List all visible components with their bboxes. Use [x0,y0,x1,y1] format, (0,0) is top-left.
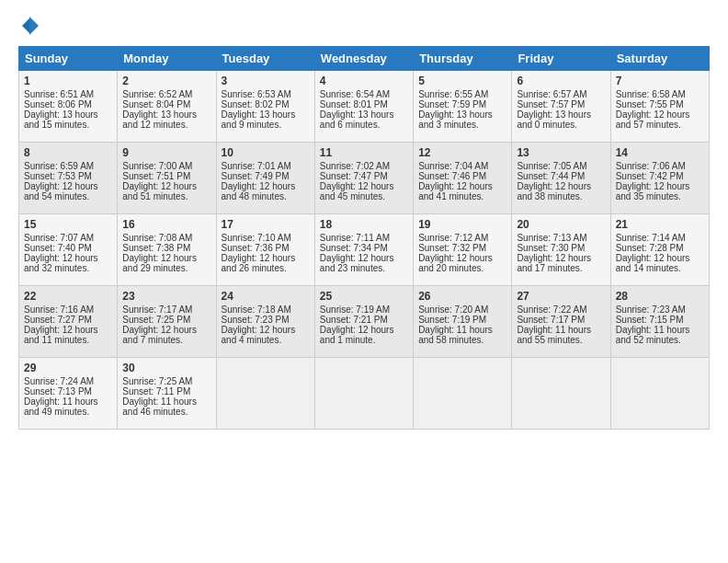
day-info-line: and 4 minutes. [222,335,310,345]
day-info-line: Sunset: 7:51 PM [122,171,210,181]
day-info-line: Sunset: 7:27 PM [24,315,112,325]
day-info-line: and 49 minutes. [24,407,112,417]
calendar-cell: 14Sunrise: 7:06 AMSunset: 7:42 PMDayligh… [610,143,709,214]
day-info-line: and 41 minutes. [418,191,506,201]
day-info-line: Sunset: 7:36 PM [222,243,310,253]
day-info-line: Daylight: 12 hours [616,253,704,263]
day-info-line: and 52 minutes. [616,335,704,345]
day-info-line: Daylight: 12 hours [616,109,704,120]
day-info-line: Daylight: 11 hours [517,325,605,335]
day-number: 29 [24,362,112,374]
day-info-line: and 20 minutes. [418,263,506,273]
day-info-line: Sunrise: 6:55 AM [418,89,506,99]
day-info-line: and 54 minutes. [24,191,112,201]
day-number: 30 [122,362,210,374]
day-info-line: Sunset: 7:47 PM [320,171,408,181]
day-info-line: and 55 minutes. [517,335,605,345]
day-info-line: Sunrise: 7:00 AM [122,161,210,171]
day-info-line: Sunset: 7:49 PM [222,171,310,181]
day-info-line: Sunset: 7:30 PM [517,243,605,253]
logo [18,17,39,35]
day-info-line: Sunset: 7:25 PM [122,315,210,325]
day-info-line: and 17 minutes. [517,263,605,273]
day-number: 26 [418,290,506,303]
day-info-line: Daylight: 12 hours [122,253,210,263]
day-info-line: Sunrise: 7:01 AM [222,161,310,171]
day-info-line: and 3 minutes. [418,120,506,130]
day-info-line: Sunrise: 7:04 AM [418,161,506,171]
weekday-header: Friday [512,47,610,71]
day-info-line: Daylight: 12 hours [222,181,310,191]
calendar-header: SundayMondayTuesdayWednesdayThursdayFrid… [19,47,710,71]
day-info-line: Sunrise: 7:23 AM [616,304,704,315]
day-info-line: Sunset: 7:59 PM [418,99,506,109]
day-info-line: Daylight: 12 hours [222,253,310,263]
day-number: 22 [24,290,112,303]
day-info-line: Sunrise: 7:05 AM [517,161,605,171]
day-info-line: Sunrise: 7:08 AM [122,233,210,243]
day-info-line: Sunset: 7:23 PM [222,315,310,325]
calendar-cell: 29Sunrise: 7:24 AMSunset: 7:13 PMDayligh… [19,358,118,430]
day-number: 7 [616,75,704,87]
day-info-line: Sunrise: 6:54 AM [320,89,408,99]
calendar-cell: 6Sunrise: 6:57 AMSunset: 7:57 PMDaylight… [512,71,610,143]
day-number: 4 [320,75,408,87]
day-info-line: Daylight: 13 hours [222,109,310,120]
day-info-line: and 38 minutes. [517,191,605,201]
day-number: 20 [517,218,605,231]
day-info-line: Sunrise: 6:59 AM [24,161,112,171]
day-info-line: Daylight: 13 hours [122,109,210,120]
calendar-cell: 23Sunrise: 7:17 AMSunset: 7:25 PMDayligh… [118,286,216,358]
day-number: 13 [517,146,605,159]
day-info-line: Sunset: 7:57 PM [517,99,605,109]
day-info-line: Sunrise: 7:10 AM [222,233,310,243]
day-info-line: Sunset: 7:34 PM [320,243,408,253]
day-info-line: and 23 minutes. [320,263,408,273]
day-info-line: Sunset: 7:17 PM [517,315,605,325]
calendar-cell: 1Sunrise: 6:51 AMSunset: 8:06 PMDaylight… [19,71,118,143]
day-info-line: Daylight: 13 hours [320,109,408,120]
calendar-cell: 22Sunrise: 7:16 AMSunset: 7:27 PMDayligh… [19,286,118,358]
calendar-cell: 21Sunrise: 7:14 AMSunset: 7:28 PMDayligh… [610,214,709,286]
day-info-line: Sunrise: 7:12 AM [418,233,506,243]
day-info-line: and 29 minutes. [122,263,210,273]
day-info-line: Sunset: 7:28 PM [616,243,704,253]
day-info-line: Daylight: 12 hours [418,253,506,263]
calendar-cell: 20Sunrise: 7:13 AMSunset: 7:30 PMDayligh… [512,214,610,286]
day-number: 24 [222,290,310,303]
day-number: 10 [222,146,310,159]
calendar-cell: 2Sunrise: 6:52 AMSunset: 8:04 PMDaylight… [118,71,216,143]
calendar-table: SundayMondayTuesdayWednesdayThursdayFrid… [18,46,710,430]
day-number: 9 [122,146,210,159]
day-info-line: Daylight: 13 hours [24,109,112,120]
calendar-cell: 18Sunrise: 7:11 AMSunset: 7:34 PMDayligh… [314,214,413,286]
day-info-line: Daylight: 13 hours [517,109,605,120]
day-info-line: Daylight: 11 hours [418,325,506,335]
weekday-header: Sunday [19,47,118,71]
day-info-line: Sunrise: 6:58 AM [616,89,704,99]
day-info-line: and 35 minutes. [616,191,704,201]
day-info-line: and 26 minutes. [222,263,310,273]
calendar-cell: 17Sunrise: 7:10 AMSunset: 7:36 PMDayligh… [216,214,314,286]
day-info-line: and 51 minutes. [122,191,210,201]
weekday-header: Saturday [610,47,709,71]
day-info-line: Sunset: 8:01 PM [320,99,408,109]
day-number: 3 [222,75,310,87]
day-info-line: Sunrise: 7:18 AM [222,304,310,315]
calendar-cell [414,358,512,430]
day-info-line: Sunset: 7:53 PM [24,171,112,181]
day-info-line: Sunset: 7:32 PM [418,243,506,253]
calendar-cell [610,358,709,430]
day-number: 27 [517,290,605,303]
day-info-line: and 46 minutes. [122,407,210,417]
day-number: 8 [24,146,112,159]
day-number: 21 [616,218,704,231]
day-info-line: and 7 minutes. [122,335,210,345]
day-info-line: Sunset: 7:42 PM [616,171,704,181]
calendar-cell: 3Sunrise: 6:53 AMSunset: 8:02 PMDaylight… [216,71,314,143]
day-info-line: Sunrise: 7:22 AM [517,304,605,315]
calendar-cell [216,358,314,430]
weekday-header: Wednesday [314,47,413,71]
day-number: 17 [222,218,310,231]
day-number: 14 [616,146,704,159]
